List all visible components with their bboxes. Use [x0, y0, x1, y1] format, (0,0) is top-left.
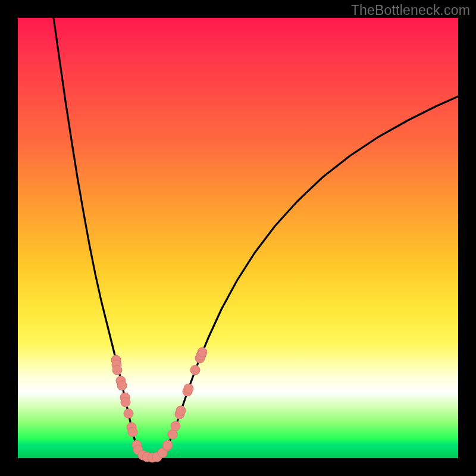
data-marker [112, 365, 122, 375]
data-marker [190, 365, 200, 375]
data-marker [124, 409, 133, 418]
curve-right-branch [152, 96, 458, 458]
curve-svg [18, 18, 458, 458]
marker-group [111, 347, 207, 462]
data-marker [121, 397, 130, 407]
data-marker [198, 347, 207, 357]
data-marker [163, 440, 173, 450]
watermark-text: TheBottleneck.com [351, 2, 470, 18]
data-marker [128, 427, 137, 437]
data-marker [171, 421, 180, 431]
curve-left-branch [54, 18, 152, 458]
data-marker [176, 406, 186, 415]
plot-area [18, 18, 458, 458]
data-marker [117, 381, 127, 390]
chart-frame: TheBottleneck.com [0, 0, 476, 476]
data-marker [184, 384, 193, 393]
